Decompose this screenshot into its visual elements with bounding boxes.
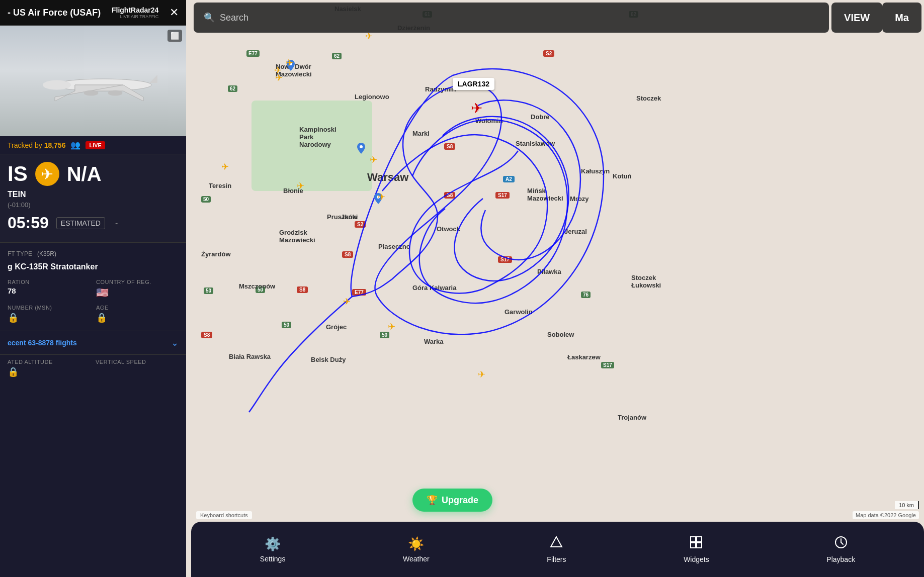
logo-subtitle: LIVE AIR TRAFFIC — [120, 14, 158, 19]
aircraft-photo: ⬜ — [0, 26, 186, 136]
playback-icon — [834, 536, 848, 552]
nav-filters[interactable]: Filters — [537, 532, 576, 567]
settings-icon: ⚙️ — [265, 536, 281, 552]
aircraft-type-label: FT TYPE — [8, 250, 32, 257]
flight-icon: ✈ — [35, 162, 59, 186]
nav-widgets[interactable]: Widgets — [674, 532, 719, 567]
aircraft-type-name: g KC-135R Stratotanker — [8, 262, 179, 271]
tracked-count: 18,756 — [44, 141, 66, 149]
aircraft-4[interactable]: ✈ — [275, 72, 283, 83]
age-lock-icon: 🔒 — [96, 312, 179, 323]
road-badge-62c: 62 — [228, 85, 237, 92]
flight-origin: TEIN — [8, 190, 179, 199]
road-badge-62: 62 — [332, 53, 342, 59]
view-button[interactable]: VIEW — [831, 3, 882, 33]
panel-title: - US Air Force (USAF) — [8, 8, 101, 18]
aircraft-7[interactable]: ✈ — [370, 154, 377, 165]
road-badge-s17b: S17 — [498, 256, 512, 263]
logo-text: FlightRadar24 — [112, 6, 158, 14]
people-icon: 👥 — [70, 140, 80, 150]
age-label: AGE — [96, 305, 179, 311]
aircraft-5[interactable]: ✈ — [221, 161, 229, 172]
road-badge-50d: 50 — [204, 287, 213, 294]
recent-flights-chevron-icon: ⌄ — [171, 337, 179, 348]
weather-icon: ☀️ — [408, 536, 424, 552]
tracking-bar: Tracked by 18,756 👥 LIVE — [0, 136, 186, 154]
svg-point-8 — [84, 90, 99, 95]
svg-point-7 — [43, 80, 71, 89]
road-badge-s8: S8 — [444, 192, 455, 199]
aircraft-9[interactable]: ✈ — [343, 296, 351, 307]
road-badge-s8f: S8 — [297, 286, 308, 293]
flight-time-utc: (-01:00) — [8, 201, 179, 209]
road-badge-s8b: S8 — [444, 143, 455, 150]
aircraft-3[interactable]: ✈ — [286, 57, 293, 68]
aircraft-type-code: (K35R) — [37, 250, 56, 257]
country-item: COUNTRY OF REG. 🇺🇸 — [96, 279, 179, 299]
road-badge-a2: A2 — [503, 176, 515, 182]
upgrade-icon: 🏆 — [427, 495, 438, 506]
time-row: 05:59 ESTIMATED - — [8, 214, 179, 232]
age-item: AGE 🔒 — [96, 305, 179, 323]
road-badge-76: 76 — [581, 292, 591, 298]
left-panel: - US Air Force (USAF) FlightRadar24 LIVE… — [0, 0, 186, 577]
nav-playback[interactable]: Playback — [816, 532, 865, 567]
altitude-label: ATED ALTITUDE — [8, 359, 91, 365]
aircraft-6[interactable]: ✈ — [297, 180, 304, 191]
aircraft-type-row: FT TYPE (K35R) — [8, 250, 179, 257]
search-text: Search — [220, 13, 248, 23]
svg-rect-11 — [691, 537, 696, 542]
search-icon: 🔍 — [204, 12, 215, 23]
road-badge-e77b: E77 — [352, 289, 366, 296]
svg-point-1 — [360, 145, 363, 148]
external-link-button[interactable]: ⬜ — [167, 30, 182, 42]
logo-area: FlightRadar24 LIVE AIR TRAFFIC — [112, 6, 158, 19]
nav-settings[interactable]: ⚙️ Settings — [250, 532, 296, 567]
pin-2[interactable] — [357, 143, 365, 156]
svg-rect-12 — [697, 537, 702, 542]
msn-label: NUMBER (MSN) — [8, 305, 90, 311]
road-badge-50b: 50 — [282, 322, 291, 328]
main-aircraft[interactable]: ✈ — [471, 100, 482, 117]
flight-map-label[interactable]: LAGR132 — [453, 78, 494, 90]
aircraft-8[interactable]: ✈ — [378, 191, 385, 203]
road-badge-50e: 50 — [201, 196, 211, 203]
close-button[interactable]: ✕ — [170, 6, 179, 19]
nav-playback-label: Playback — [826, 555, 855, 563]
panel-header: - US Air Force (USAF) FlightRadar24 LIVE… — [0, 0, 186, 26]
aircraft-details: FT TYPE (K35R) g KC-135R Stratotanker RA… — [0, 243, 186, 331]
map-attribution: Map data ©2022 Google — [853, 511, 919, 519]
registration-label: RATION — [8, 279, 90, 285]
vertical-speed-label: VERTICAL SPEED — [96, 359, 179, 365]
road-badge-s17c: S17 — [601, 362, 614, 368]
country-flag: 🇺🇸 — [96, 286, 179, 299]
nav-weather-label: Weather — [403, 555, 430, 563]
dash-separator: - — [115, 219, 118, 228]
keyboard-shortcuts[interactable]: Keyboard shortcuts — [196, 511, 252, 519]
map-button[interactable]: Ma — [882, 3, 921, 33]
registration-item: RATION 78 — [8, 279, 90, 299]
road-badge-s8d: S8 — [342, 251, 353, 258]
live-badge: LIVE — [86, 141, 105, 149]
bottom-nav: ⚙️ Settings ☀️ Weather Filters Widgets — [191, 522, 924, 577]
msn-lock-icon: 🔒 — [8, 312, 90, 323]
upgrade-button[interactable]: 🏆 Upgrade — [412, 489, 492, 512]
recent-flights-row[interactable]: ecent 63-8878 flights ⌄ — [0, 331, 186, 355]
nav-weather[interactable]: ☀️ Weather — [393, 532, 440, 567]
upgrade-label: Upgrade — [442, 495, 478, 506]
widgets-icon — [690, 536, 703, 552]
nav-settings-label: Settings — [260, 555, 286, 563]
aircraft-10[interactable]: ✈ — [388, 321, 395, 332]
road-badge-s17: S17 — [495, 192, 510, 199]
time-value: 05:59 — [8, 214, 49, 232]
top-bar: 🔍 Search VIEW Ma — [191, 0, 924, 35]
search-bar[interactable]: 🔍 Search — [194, 3, 829, 33]
road-badge-s8e: S8 — [201, 332, 212, 338]
svg-rect-13 — [691, 543, 696, 548]
detail-grid: RATION 78 COUNTRY OF REG. 🇺🇸 NUMBER (MSN… — [8, 279, 179, 323]
scale-bar: 10 km — [895, 501, 919, 509]
aircraft-11[interactable]: ✈ — [478, 369, 485, 380]
road-badge-50: 50 — [256, 286, 265, 293]
flight-main: IS ✈ N/A — [8, 162, 179, 186]
park-area — [251, 101, 372, 191]
